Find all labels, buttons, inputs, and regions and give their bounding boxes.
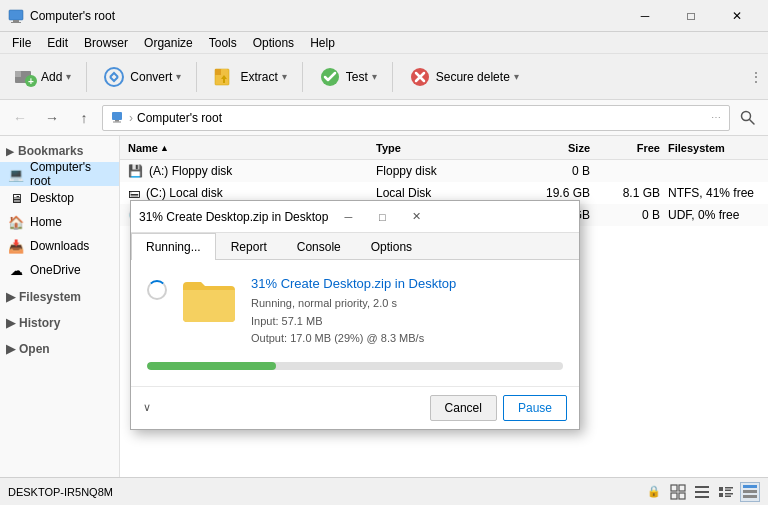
svg-rect-4 bbox=[15, 71, 21, 77]
dialog-tab-running[interactable]: Running... bbox=[131, 233, 216, 260]
nav-forward-button[interactable]: → bbox=[38, 104, 66, 132]
search-icon bbox=[740, 110, 756, 126]
pause-button[interactable]: Pause bbox=[503, 395, 567, 421]
dialog-tab-options[interactable]: Options bbox=[356, 233, 427, 260]
open-icon: ▶ bbox=[6, 342, 15, 356]
open-section: ▶ Open bbox=[0, 338, 119, 360]
filesystem-header[interactable]: ▶ Filesystem bbox=[0, 286, 119, 308]
sidebar-item-desktop-label: Desktop bbox=[30, 191, 74, 205]
sidebar-item-downloads[interactable]: 📥 Downloads bbox=[0, 234, 119, 258]
cancel-button[interactable]: Cancel bbox=[430, 395, 497, 421]
title-bar: Computer's root ─ □ ✕ bbox=[0, 0, 768, 32]
convert-button[interactable]: Convert ▾ bbox=[93, 59, 190, 95]
dialog-minimize-button[interactable]: ─ bbox=[334, 205, 362, 229]
col-header-size[interactable]: Size bbox=[524, 142, 594, 154]
menu-help[interactable]: Help bbox=[302, 34, 343, 52]
svg-rect-27 bbox=[719, 493, 723, 497]
search-button[interactable] bbox=[734, 104, 762, 132]
svg-rect-32 bbox=[743, 495, 757, 498]
extract-dropdown-icon: ▾ bbox=[282, 71, 287, 82]
menu-browser[interactable]: Browser bbox=[76, 34, 136, 52]
menu-organize[interactable]: Organize bbox=[136, 34, 201, 52]
window-controls: ─ □ ✕ bbox=[622, 0, 760, 32]
secure-delete-icon bbox=[408, 65, 432, 89]
extract-button[interactable]: Extract ▾ bbox=[203, 59, 295, 95]
col-header-free[interactable]: Free bbox=[594, 142, 664, 154]
sidebar: ▶ Bookmarks 💻 Computer's root 🖥 Desktop … bbox=[0, 136, 120, 477]
row2-fs: UDF, 0% free bbox=[664, 208, 764, 222]
svg-rect-0 bbox=[9, 10, 23, 20]
dialog-content: 31% Create Desktop.zip in Desktop Runnin… bbox=[131, 260, 579, 386]
nav-up-button[interactable]: ↑ bbox=[70, 104, 98, 132]
row1-type: Local Disk bbox=[372, 186, 524, 200]
toolbar-more[interactable]: ⋮ bbox=[748, 70, 764, 84]
convert-label: Convert bbox=[130, 70, 172, 84]
close-button[interactable]: ✕ bbox=[714, 0, 760, 32]
sidebar-item-onedrive[interactable]: ☁ OneDrive bbox=[0, 258, 119, 282]
floppy-icon: 💾 bbox=[128, 164, 143, 178]
view-icon-2[interactable] bbox=[692, 482, 712, 502]
nav-back-button[interactable]: ← bbox=[6, 104, 34, 132]
sidebar-item-home[interactable]: 🏠 Home bbox=[0, 210, 119, 234]
svg-rect-1 bbox=[13, 20, 19, 22]
open-header[interactable]: ▶ Open bbox=[0, 338, 119, 360]
col-header-name[interactable]: Name ▲ bbox=[124, 142, 372, 154]
svg-rect-2 bbox=[11, 22, 21, 23]
separator-3 bbox=[302, 62, 303, 92]
home-icon: 🏠 bbox=[8, 214, 24, 230]
dialog-collapse[interactable]: ∨ bbox=[143, 401, 151, 414]
sort-asc-icon: ▲ bbox=[160, 143, 169, 153]
progress-title: 31% Create Desktop.zip in Desktop bbox=[251, 276, 563, 291]
dialog-tab-report[interactable]: Report bbox=[216, 233, 282, 260]
separator-2 bbox=[196, 62, 197, 92]
sidebar-item-home-label: Home bbox=[30, 215, 62, 229]
row1-fs: NTFS, 41% free bbox=[664, 186, 764, 200]
progress-status: Running, normal priority, 2.0 s Input: 5… bbox=[251, 295, 563, 348]
svg-rect-26 bbox=[725, 489, 731, 491]
progress-title-link[interactable]: Desktop bbox=[409, 276, 457, 291]
status-bar: DESKTOP-IR5NQ8M 🔒 bbox=[0, 477, 768, 505]
view-icon-3[interactable] bbox=[716, 482, 736, 502]
downloads-icon: 📥 bbox=[8, 238, 24, 254]
table-row[interactable]: 💾 (A:) Floppy disk Floppy disk 0 B bbox=[120, 160, 768, 182]
lock-icon[interactable]: 🔒 bbox=[644, 482, 664, 502]
menu-edit[interactable]: Edit bbox=[39, 34, 76, 52]
secure-delete-button[interactable]: Secure delete ▾ bbox=[399, 59, 528, 95]
maximize-button[interactable]: □ bbox=[668, 0, 714, 32]
svg-rect-12 bbox=[112, 112, 122, 120]
view-icon-1[interactable] bbox=[668, 482, 688, 502]
view-icon-4[interactable] bbox=[740, 482, 760, 502]
test-icon bbox=[318, 65, 342, 89]
test-label: Test bbox=[346, 70, 368, 84]
progress-bar-fill bbox=[147, 362, 276, 370]
dialog-tab-console[interactable]: Console bbox=[282, 233, 356, 260]
add-button[interactable]: + Add ▾ bbox=[4, 59, 80, 95]
col-header-type[interactable]: Type bbox=[372, 142, 524, 154]
svg-rect-19 bbox=[671, 493, 677, 499]
progress-row: 31% Create Desktop.zip in Desktop Runnin… bbox=[147, 276, 563, 348]
dialog-footer: ∨ Cancel Pause bbox=[131, 386, 579, 429]
address-path[interactable]: › Computer's root ⋯ bbox=[102, 105, 730, 131]
history-icon: ▶ bbox=[6, 316, 15, 330]
filesystem-icon: ▶ bbox=[6, 290, 15, 304]
history-header[interactable]: ▶ History bbox=[0, 312, 119, 334]
sidebar-item-computer-root[interactable]: 💻 Computer's root bbox=[0, 162, 119, 186]
row2-free: 0 B bbox=[594, 208, 664, 222]
test-button[interactable]: Test ▾ bbox=[309, 59, 386, 95]
address-text: Computer's root bbox=[137, 111, 222, 125]
row1-size: 19.6 GB bbox=[524, 186, 594, 200]
sidebar-item-desktop[interactable]: 🖥 Desktop bbox=[0, 186, 119, 210]
col-header-filesystem[interactable]: Filesystem bbox=[664, 142, 764, 154]
menu-options[interactable]: Options bbox=[245, 34, 302, 52]
dialog-close-button[interactable]: ✕ bbox=[402, 205, 430, 229]
svg-rect-20 bbox=[679, 493, 685, 499]
menu-tools[interactable]: Tools bbox=[201, 34, 245, 52]
svg-rect-13 bbox=[115, 120, 119, 122]
address-separator: › bbox=[129, 111, 133, 125]
minimize-button[interactable]: ─ bbox=[622, 0, 668, 32]
add-icon: + bbox=[13, 65, 37, 89]
window-title: Computer's root bbox=[30, 9, 622, 23]
bookmarks-header[interactable]: ▶ Bookmarks bbox=[0, 140, 119, 162]
menu-file[interactable]: File bbox=[4, 34, 39, 52]
dialog-maximize-button[interactable]: □ bbox=[368, 205, 396, 229]
